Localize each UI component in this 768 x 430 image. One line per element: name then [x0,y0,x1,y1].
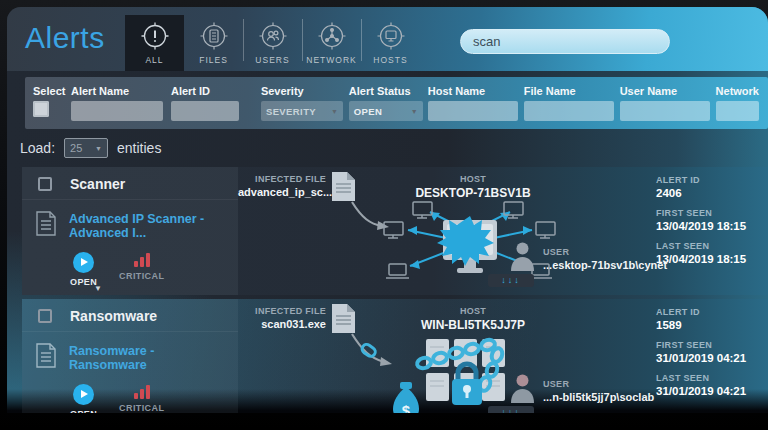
user-name: ...n-bli5tk5jj7p\soclab [543,391,654,403]
file-name-input[interactable] [524,101,614,121]
alert-summary-panel: Scanner Advanced IP Scanner - Advanced I… [22,167,238,295]
critical-label: CRITICAL [119,271,164,281]
collapse-caret-icon[interactable]: ▼ [94,284,102,293]
alerts-target-icon [140,22,170,52]
svg-text:$: $ [402,402,411,413]
tab-users-label: USERS [255,55,289,65]
alert-detail-link[interactable]: Advanced IP Scanner - Advanced I... [69,212,232,240]
host-name-input[interactable] [428,101,518,121]
alert-meta-panel: ALERT ID 1589 FIRST SEEN 31/01/2019 04:2… [656,299,768,413]
alert-id-value: 2406 [656,187,763,199]
users-target-icon [258,22,288,52]
alert-detail-link[interactable]: Ransomware - Ransomware [69,344,232,372]
entities-label: entities [117,140,161,156]
alert-meta-panel: ALERT ID 2406 FIRST SEEN 13/04/2019 18:1… [656,167,768,295]
load-count-select[interactable]: 25 ▼ [64,138,108,158]
document-icon [35,210,57,241]
infected-file-label: INFECTED FILE [238,306,326,316]
host-name: DESKTOP-71BSV1B [366,186,580,200]
alert-row-scanner[interactable]: Scanner Advanced IP Scanner - Advanced I… [22,167,768,295]
network-target-icon [317,22,347,52]
select-all-checkbox[interactable] [33,101,49,117]
critical-bars-icon [134,252,150,267]
last-seen-value: 13/04/2019 18:15 [656,253,763,265]
infected-file-name: advanced_ip_sc... [238,186,326,198]
tab-all-label: ALL [145,55,163,65]
user-name-label: User Name [620,85,710,97]
alert-status-select[interactable]: OPEN ▼ [349,101,423,121]
alert-id-label: Alert ID [171,85,239,97]
tab-hosts-label: HOSTS [373,55,407,65]
alert-id-label: ALERT ID [656,307,763,317]
critical-bars-icon [134,384,150,399]
network-label: Network [716,85,759,97]
alert-name: Ransomware [70,308,157,324]
tab-all[interactable]: ALL [125,15,184,71]
open-label: OPEN [70,409,97,413]
infected-file-label: INFECTED FILE [238,174,326,184]
hosts-target-icon [376,22,406,52]
open-status-icon [73,252,94,273]
select-column-label: Select [33,85,65,97]
expand-alert-button[interactable]: ↓↓↓ [488,406,534,413]
tab-users[interactable]: USERS [243,15,302,71]
severity-critical: CRITICAL [119,252,164,287]
alert-name-input[interactable] [71,101,163,121]
filter-bar: Select Alert Name Alert ID Severity SEVE… [25,77,768,129]
alert-status-label: Alert Status [349,85,423,97]
first-seen-value: 13/04/2019 18:15 [656,220,763,232]
alert-illustration-area: INFECTED FILE advanced_ip_sc... HOST DES… [238,167,656,295]
open-status-icon [73,384,94,405]
alert-checkbox[interactable] [38,309,52,323]
chevron-down-icon: ▼ [95,145,102,152]
user-label: USER [543,379,654,389]
user-name: ...esktop-71bsv1b\cynet [543,259,667,271]
severity-label: Severity [261,85,343,97]
search-container [460,29,670,54]
tab-files[interactable]: FILES [184,15,243,71]
tab-network-label: NETWORK [306,55,356,65]
first-seen-label: FIRST SEEN [656,340,763,350]
header: Alerts ALL [7,7,768,71]
severity-select[interactable]: SEVERITY ▼ [261,101,343,121]
alerts-window: Alerts ALL [7,7,768,413]
tab-hosts[interactable]: HOSTS [361,15,420,71]
chevron-down-icon: ▼ [411,108,418,115]
alert-name: Scanner [70,176,125,192]
tab-files-label: FILES [199,55,228,65]
page-title: Alerts [7,7,125,71]
alert-name-label: Alert Name [71,85,163,97]
user-silhouette-icon [510,373,535,407]
user-silhouette-icon [510,241,535,275]
network-input[interactable] [716,101,759,121]
status-open[interactable]: OPEN [70,252,97,287]
files-target-icon [199,22,229,52]
last-seen-label: LAST SEEN [656,373,763,383]
chevron-down-icon: ▼ [331,108,338,115]
alert-status-value: OPEN [354,106,383,117]
alert-illustration-area: INFECTED FILE scan031.exe HOST WIN-BLI5T… [238,299,656,413]
alert-checkbox[interactable] [38,177,52,191]
file-name-label: File Name [524,85,614,97]
critical-label: CRITICAL [119,403,164,413]
last-seen-value: 31/01/2019 04:21 [656,385,763,397]
search-input[interactable] [460,29,670,54]
severity-value: SEVERITY [266,106,316,117]
load-label: Load: [20,140,55,156]
alert-id-input[interactable] [171,101,239,121]
status-open[interactable]: OPEN [70,384,97,413]
expand-alert-button[interactable]: ↓↓↓ [488,274,534,287]
user-label: USER [543,247,667,257]
alert-id-value: 1589 [656,319,763,331]
tab-network[interactable]: NETWORK [302,15,361,71]
host-label: HOST [366,174,580,184]
alert-row-ransomware[interactable]: Ransomware Ransomware - Ransomware OPEN [22,299,768,413]
infected-file-name: scan031.exe [238,318,326,330]
first-seen-value: 31/01/2019 04:21 [656,352,763,364]
alert-id-label: ALERT ID [656,175,763,185]
severity-critical: CRITICAL [119,384,164,413]
host-name: WIN-BLI5TK5JJ7P [366,318,580,332]
load-count-value: 25 [70,142,82,154]
user-name-input[interactable] [620,101,710,121]
document-icon [35,342,57,373]
